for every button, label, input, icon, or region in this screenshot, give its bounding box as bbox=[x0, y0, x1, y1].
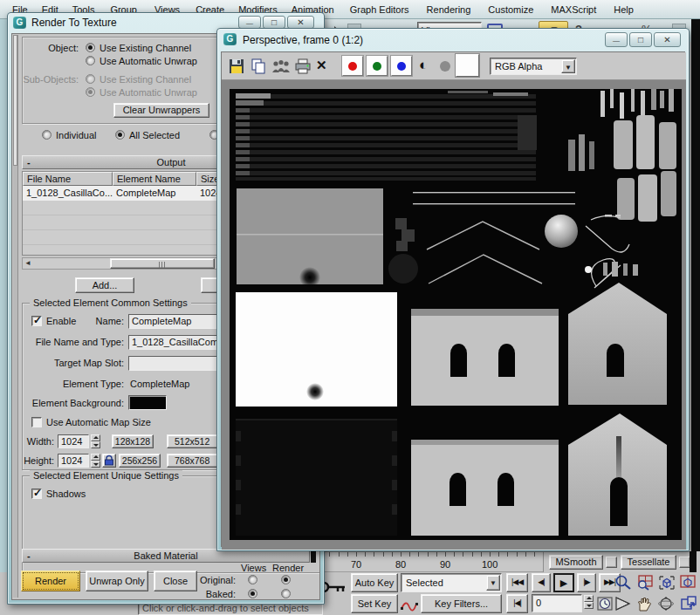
width-field[interactable]: 1024 bbox=[58, 434, 89, 448]
green-dot-icon bbox=[373, 62, 381, 71]
viewer-client: ✕ ◐ RGB Alpha ▼ bbox=[221, 51, 685, 547]
column-element-name[interactable]: Element Name bbox=[113, 172, 196, 186]
print-icon[interactable] bbox=[294, 58, 312, 74]
zoom-extents-all-icon[interactable] bbox=[679, 574, 698, 591]
menu-help[interactable]: Help bbox=[605, 4, 642, 15]
blue-channel-button[interactable] bbox=[391, 56, 412, 76]
all-selected-radio[interactable] bbox=[115, 130, 125, 140]
scroll-left-icon[interactable]: ◄ bbox=[24, 259, 31, 267]
close-button[interactable]: ✕ bbox=[654, 32, 681, 47]
rendered-frame-window: G Perspective, frame 0 (1:2) — □ ✕ bbox=[216, 28, 690, 551]
viewer-title: Perspective, frame 0 (1:2) bbox=[243, 34, 363, 46]
baked-views-radio[interactable] bbox=[248, 589, 257, 598]
auto-key-button[interactable]: Auto Key bbox=[351, 573, 398, 592]
key-filters-button[interactable]: Key Filters... bbox=[421, 594, 502, 613]
selection-set-dropdown[interactable]: Selected ▼ bbox=[401, 573, 502, 592]
close-button[interactable]: ✕ bbox=[287, 16, 314, 29]
file-name-label: File Name and Type: bbox=[28, 337, 124, 348]
maximize-button[interactable]: □ bbox=[629, 32, 652, 47]
menu-customize[interactable]: Customize bbox=[479, 4, 542, 15]
channel-display-value: RGB Alpha bbox=[495, 61, 542, 72]
object-use-auto-radio[interactable] bbox=[86, 56, 95, 65]
clear-image-icon[interactable]: ✕ bbox=[316, 58, 327, 73]
render-button[interactable]: Render bbox=[21, 571, 80, 591]
viewer-toolbar: ✕ ◐ RGB Alpha ▼ bbox=[222, 52, 686, 80]
object-use-existing-radio[interactable] bbox=[86, 43, 95, 52]
arc-rotate-icon[interactable] bbox=[657, 595, 676, 612]
max-logo-icon: G bbox=[13, 17, 26, 29]
subobjects-label: Sub-Objects: bbox=[17, 74, 79, 85]
size-128-button[interactable]: 128x128 bbox=[112, 434, 154, 448]
background-color-swatch[interactable] bbox=[456, 54, 479, 77]
current-frame-field[interactable]: 0 bbox=[532, 594, 582, 612]
shadows-checkbox[interactable] bbox=[31, 489, 42, 499]
monochrome-button[interactable]: ◐ bbox=[419, 56, 428, 75]
channel-display-dropdown[interactable]: RGB Alpha ▼ bbox=[490, 58, 577, 75]
individual-radio[interactable] bbox=[42, 130, 51, 140]
rollout-scrollbar[interactable] bbox=[13, 35, 18, 598]
height-spinner[interactable] bbox=[91, 454, 100, 468]
set-key-button[interactable]: Set Key bbox=[351, 594, 398, 613]
zoom-icon[interactable] bbox=[614, 574, 633, 591]
pan-hand-icon[interactable] bbox=[635, 595, 655, 612]
render-canvas[interactable] bbox=[222, 80, 686, 550]
column-file-name[interactable]: File Name bbox=[23, 172, 113, 186]
name-field[interactable]: CompleteMap bbox=[128, 314, 219, 329]
red-channel-button[interactable] bbox=[342, 56, 363, 76]
edit-geometry-strip: MSmooth Tessellate bbox=[543, 551, 691, 572]
size-256-button[interactable]: 256x256 bbox=[119, 454, 161, 468]
save-image-icon[interactable] bbox=[229, 58, 245, 74]
green-channel-button[interactable] bbox=[367, 56, 388, 76]
frame-spinner[interactable] bbox=[584, 595, 594, 609]
goto-start-button[interactable]: |◀◀ bbox=[506, 573, 528, 592]
sub-use-auto-radio bbox=[86, 87, 95, 97]
original-render-radio[interactable] bbox=[281, 575, 291, 584]
zoom-extents-icon[interactable] bbox=[657, 574, 676, 591]
channel-dropdown-button[interactable]: ▼ bbox=[561, 59, 575, 73]
unique-settings-title: Selected Element Unique Settings bbox=[30, 470, 182, 481]
alpha-channel-button[interactable] bbox=[440, 61, 450, 72]
add-element-button[interactable]: Add... bbox=[75, 277, 134, 293]
element-background-swatch[interactable] bbox=[128, 395, 167, 410]
baked-render-radio[interactable] bbox=[281, 589, 291, 598]
close-dialog-button[interactable]: Close bbox=[154, 571, 197, 591]
key-mode-toggle[interactable]: |◀| bbox=[506, 594, 528, 613]
height-field[interactable]: 1024 bbox=[58, 454, 89, 468]
next-frame-button[interactable]: |▶ bbox=[577, 573, 596, 592]
strip-end-cap bbox=[690, 551, 697, 572]
minimize-button[interactable]: — bbox=[238, 16, 261, 29]
width-spinner[interactable] bbox=[91, 434, 100, 448]
maximize-button[interactable]: □ bbox=[263, 16, 285, 29]
file-name-field[interactable]: 1_0128_CasillaComple bbox=[128, 335, 219, 350]
unwrap-only-button[interactable]: Unwrap Only bbox=[86, 571, 148, 591]
zoom-all-icon[interactable] bbox=[635, 574, 655, 591]
auto-map-size-checkbox[interactable] bbox=[31, 417, 42, 427]
tessellate-button[interactable]: Tessellate bbox=[621, 555, 676, 570]
msmooth-settings-button[interactable] bbox=[606, 557, 617, 568]
menu-maxscript[interactable]: MAXScript bbox=[542, 4, 605, 15]
target-map-slot-field[interactable] bbox=[128, 356, 219, 371]
lock-aspect-button[interactable] bbox=[102, 454, 116, 468]
clear-unwrappers-button[interactable]: Clear Unwrappers bbox=[113, 103, 209, 118]
ruler-tick-70: 70 bbox=[351, 559, 361, 571]
ruler-tick-90: 90 bbox=[440, 559, 450, 571]
field-of-view-icon[interactable] bbox=[614, 595, 633, 612]
enable-checkbox[interactable] bbox=[31, 316, 42, 326]
time-config-icon[interactable] bbox=[597, 596, 614, 612]
copy-image-icon[interactable] bbox=[250, 58, 267, 74]
play-button[interactable]: ▶ bbox=[553, 573, 574, 592]
menu-rendering[interactable]: Rendering bbox=[418, 4, 480, 15]
clone-window-icon[interactable] bbox=[271, 58, 291, 74]
menu-graph-editors[interactable]: Graph Editors bbox=[341, 4, 418, 15]
selection-dropdown-button[interactable]: ▼ bbox=[486, 575, 500, 591]
default-in-out-tangent-icon[interactable] bbox=[400, 596, 419, 613]
ruler-tick-100: 100 bbox=[482, 559, 498, 571]
prev-frame-button[interactable]: ◀| bbox=[532, 573, 551, 592]
original-views-radio[interactable] bbox=[248, 575, 257, 584]
element-type-label: Element Type: bbox=[28, 379, 124, 390]
hscroll-thumb[interactable] bbox=[110, 258, 215, 269]
msmooth-button[interactable]: MSmooth bbox=[549, 555, 603, 570]
rollout-scrollbar-thumb[interactable] bbox=[13, 35, 17, 166]
minimize-button[interactable]: — bbox=[605, 32, 628, 47]
maximize-viewport-icon[interactable] bbox=[679, 595, 698, 612]
